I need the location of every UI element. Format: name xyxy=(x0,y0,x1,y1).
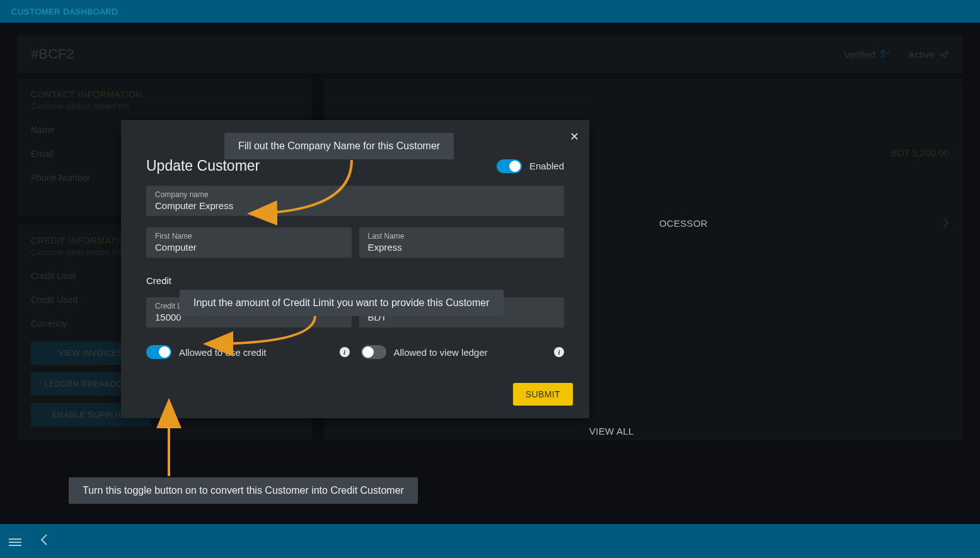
update-customer-modal: ✕ Update Customer Enabled Company name F… xyxy=(121,120,589,418)
enabled-toggle[interactable] xyxy=(497,159,522,173)
allowed-ledger-label: Allowed to view ledger xyxy=(394,347,555,358)
footer-bar xyxy=(0,524,980,558)
callout-toggle: Turn this toggle button on to convert th… xyxy=(69,477,418,504)
first-name-input[interactable] xyxy=(155,242,343,253)
info-icon[interactable]: i xyxy=(340,347,350,357)
modal-title: Update Customer xyxy=(146,157,260,174)
callout-company: Fill out the Company Name for this Custo… xyxy=(224,133,454,159)
credit-heading: Credit xyxy=(146,275,564,286)
enabled-label: Enabled xyxy=(529,161,564,171)
last-name-input[interactable] xyxy=(368,242,556,253)
first-name-label: First Name xyxy=(155,232,343,241)
app-header: CUSTOMER DASHBOARD xyxy=(0,0,980,23)
hamburger-icon[interactable] xyxy=(9,537,21,545)
submit-button[interactable]: SUBMIT xyxy=(513,383,573,406)
first-name-field[interactable]: First Name xyxy=(146,227,352,258)
page-body: #BCF2 Verified Active C xyxy=(0,23,980,524)
company-name-label: Company name xyxy=(155,190,555,199)
allowed-credit-toggle[interactable] xyxy=(146,345,171,359)
info-icon[interactable]: i xyxy=(554,347,564,357)
allowed-credit-label: Allowed to use credit xyxy=(179,347,340,358)
last-name-field[interactable]: Last Name xyxy=(359,227,565,258)
allowed-ledger-toggle[interactable] xyxy=(361,345,386,359)
close-icon[interactable]: ✕ xyxy=(570,130,579,144)
callout-credit: Input the amount of Credit Limit you wan… xyxy=(180,290,504,316)
back-icon[interactable] xyxy=(40,533,48,549)
header-title: CUSTOMER DASHBOARD xyxy=(11,7,118,16)
company-name-field[interactable]: Company name xyxy=(146,186,564,216)
company-name-input[interactable] xyxy=(155,200,555,211)
last-name-label: Last Name xyxy=(368,232,556,241)
